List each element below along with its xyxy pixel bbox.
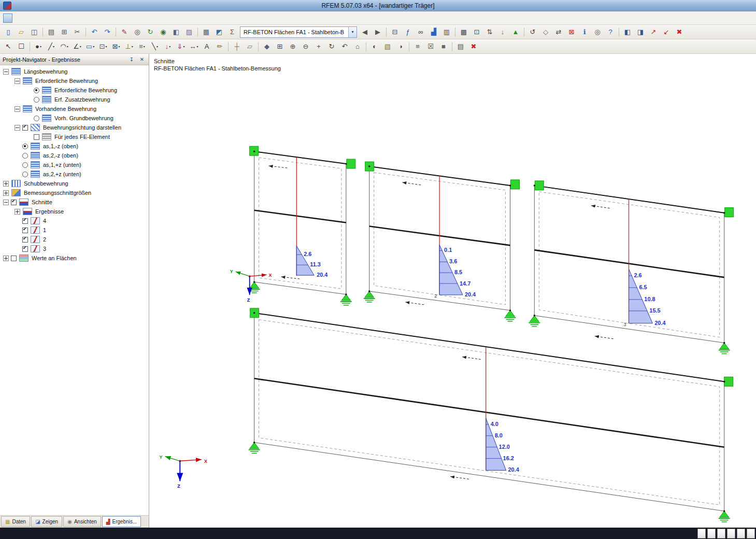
globe-icon[interactable]: ◉ <box>157 26 169 38</box>
tree-expander-icon[interactable] <box>3 256 9 261</box>
select-arrow-icon[interactable]: ↖ <box>2 40 15 53</box>
loads-display-icon[interactable]: ↓ <box>496 26 509 38</box>
opening-tool-icon[interactable]: ⊠ <box>110 40 122 53</box>
close-icon[interactable]: ✕ <box>138 55 146 64</box>
tree-schnitt-2[interactable]: 2 <box>0 235 149 244</box>
dimension-tool-icon[interactable]: ↔ <box>188 40 200 53</box>
tree-check[interactable] <box>22 125 28 131</box>
cut-icon[interactable]: ✂ <box>71 26 83 38</box>
undo-icon[interactable]: ↶ <box>88 26 101 38</box>
tree-expander-icon[interactable] <box>3 69 9 75</box>
tree-check[interactable] <box>22 153 28 159</box>
tree-schubbewehrung[interactable]: Schubbewehrung <box>0 179 149 188</box>
fang-button[interactable] <box>697 529 706 538</box>
visibility-icon[interactable]: ◐ <box>368 40 381 53</box>
line-load-tool-icon[interactable]: ⇓ <box>175 40 187 53</box>
menu-optionen[interactable] <box>82 17 91 20</box>
tree-check[interactable] <box>11 256 17 261</box>
nodal-support-tool-icon[interactable]: ⊥ <box>123 40 135 53</box>
tree-werte-an-flaechen[interactable]: Werte an Flächen <box>0 253 149 263</box>
fe-numbering-icon[interactable]: ⊡ <box>470 26 483 38</box>
text-tool-icon[interactable]: A <box>201 40 213 53</box>
pin-icon[interactable]: ↧ <box>127 55 136 64</box>
hlinien-button[interactable] <box>737 529 745 538</box>
tables-icon[interactable]: ▦ <box>200 26 212 38</box>
node-tool-icon[interactable]: ● <box>32 40 45 53</box>
kartes-button[interactable] <box>717 529 725 538</box>
wall-1[interactable] <box>249 146 355 305</box>
edit-icon[interactable]: ✎ <box>118 26 131 38</box>
tree-schnitte[interactable]: Schnitte <box>0 197 149 207</box>
menu-ansicht[interactable] <box>33 17 41 20</box>
section-diagram-b[interactable]: 0.1 3.6 8.5 14.7 20.4 2 <box>434 176 476 299</box>
fe-mesh-icon[interactable]: ▩ <box>458 26 470 38</box>
save-icon[interactable]: ◫ <box>28 26 40 38</box>
nodal-load-tool-icon[interactable]: ↓ <box>162 40 174 53</box>
tree-check[interactable] <box>22 246 28 252</box>
tree-as1-minus-z[interactable]: as,1,-z (oben) <box>0 141 149 151</box>
tree-check[interactable] <box>22 218 28 224</box>
tree-bemessungsschnittgroessen[interactable]: Bemessungsschnittgrößen <box>0 188 149 197</box>
next-case-icon[interactable]: ▶ <box>372 26 384 38</box>
tree-check[interactable] <box>22 172 28 177</box>
print-graphic-icon[interactable]: ▥ <box>440 26 453 38</box>
tree-expander-icon[interactable] <box>3 190 9 196</box>
zoom-in-icon[interactable]: ⊕ <box>287 40 299 53</box>
search-icon[interactable]: ◎ <box>131 26 144 38</box>
tree-expander-icon[interactable] <box>3 200 9 205</box>
tree-erforderliche-bewehrung-group[interactable]: Erforderliche Bewehrung <box>0 76 149 86</box>
section-diagram-d[interactable]: 4.0 8.0 12.0 16.2 20.4 <box>486 347 520 473</box>
user-view-icon[interactable]: ◑ <box>394 40 407 53</box>
section-diagram-c[interactable]: 2.6 6.5 10.8 15.5 20.4 3 <box>624 199 666 327</box>
window-cascade-icon[interactable]: ◧ <box>621 26 634 38</box>
tree-as1-plus-z[interactable]: as,1,+z (unten) <box>0 160 149 169</box>
calculation-icon[interactable]: ⊟ <box>389 26 401 38</box>
rotate-model-icon[interactable]: ↺ <box>526 26 539 38</box>
tree-bewehrungsrichtung[interactable]: Bewehrungsrichtung darstellen <box>0 123 149 132</box>
tree-erf-zusatzbewehrung[interactable]: Erf. Zusatzbewehrung <box>0 95 149 104</box>
delete-results-icon[interactable]: ✖ <box>467 40 480 53</box>
supports-display-icon[interactable]: ▲ <box>509 26 522 38</box>
display-properties-icon[interactable]: ≡ <box>411 40 424 53</box>
tree-check[interactable] <box>22 237 28 243</box>
mirror-icon[interactable]: ⇄ <box>552 26 565 38</box>
result-diagram-icon[interactable]: ▟ <box>427 26 440 38</box>
surface-tool-icon[interactable]: ▭ <box>84 40 96 53</box>
ofang-button[interactable] <box>727 529 735 538</box>
regenerate-icon[interactable]: ↻ <box>144 26 156 38</box>
tree-check[interactable] <box>22 228 28 233</box>
previous-view-icon[interactable]: ↶ <box>338 40 351 53</box>
zoom-out-icon[interactable]: ⊖ <box>299 40 312 53</box>
tree-erforderliche-bewehrung[interactable]: Erforderliche Bewehrung <box>0 86 149 95</box>
print-icon[interactable]: ▤ <box>45 26 58 38</box>
menu-ergebnisse[interactable] <box>58 17 66 20</box>
tree-schnitt-1[interactable]: 1 <box>0 225 149 235</box>
results-icon[interactable]: Σ <box>226 26 238 38</box>
pan-icon[interactable]: + <box>312 40 325 53</box>
line-support-tool-icon[interactable]: ≡ <box>136 40 148 53</box>
full-view-icon[interactable]: ⌂ <box>351 40 364 53</box>
menu-datei[interactable] <box>16 17 24 20</box>
zoom-window-icon[interactable]: ⊞ <box>274 40 286 53</box>
polyline-tool-icon[interactable]: ∠ <box>71 40 83 53</box>
menu-einfuegen[interactable] <box>41 17 49 20</box>
new-file-icon[interactable]: ▯ <box>2 26 15 38</box>
render-solid-icon[interactable]: ■ <box>437 40 450 53</box>
rotate-view-icon[interactable]: ↻ <box>325 40 338 53</box>
tree-as2-minus-z[interactable]: as,2,-z (oben) <box>0 151 149 160</box>
result-values-icon[interactable]: ∞ <box>415 26 427 38</box>
tree-expander-icon[interactable] <box>15 106 20 112</box>
clip-icon[interactable]: ⊠ <box>565 26 578 38</box>
tree-vorh-grundbewehrung[interactable]: Vorh. Grundbewehrung <box>0 114 149 123</box>
isometric-icon[interactable]: ◇ <box>539 26 552 38</box>
tab-daten[interactable]: ▦ Daten <box>1 516 30 527</box>
tree-check[interactable] <box>34 116 39 121</box>
tree-schnitt-3[interactable]: 3 <box>0 244 149 253</box>
tree-ergebnisse[interactable]: Ergebnisse <box>0 207 149 216</box>
tree-check[interactable] <box>22 144 28 149</box>
local-axes-icon[interactable]: ⇅ <box>483 26 496 38</box>
wall-4[interactable] <box>249 308 733 522</box>
tree-expander-icon[interactable] <box>15 78 20 84</box>
redo-icon[interactable]: ↷ <box>101 26 113 38</box>
panels-icon[interactable]: ◩ <box>213 26 225 38</box>
